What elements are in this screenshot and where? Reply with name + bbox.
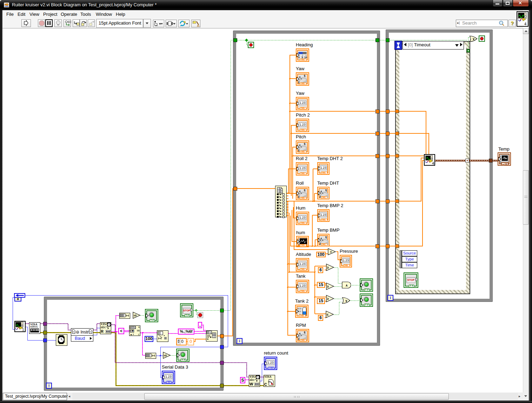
svg-text:≥: ≥ [327, 285, 329, 288]
svg-text:2: 2 [298, 238, 300, 240]
svg-text:6: 6 [304, 189, 305, 192]
svg-text:2: 2 [298, 81, 299, 84]
svg-text:≤0: ≤0 [164, 354, 167, 357]
svg-text:4: 4 [524, 22, 526, 26]
svg-text:6: 6 [304, 74, 305, 77]
svg-text:6: 6 [325, 236, 327, 239]
svg-text:5.0-: 5.0- [298, 310, 301, 312]
svg-text:∨: ∨ [345, 299, 348, 303]
svg-text:?!: ?! [73, 331, 74, 333]
svg-text:6: 6 [304, 143, 305, 145]
svg-text:≥: ≥ [327, 297, 329, 300]
svg-text:2: 2 [298, 195, 299, 198]
svg-text:%: % [210, 332, 212, 334]
svg-text:6: 6 [325, 189, 327, 192]
svg-text:1: 1 [500, 158, 501, 160]
svg-text:2: 2 [298, 337, 299, 340]
svg-text:∨: ∨ [472, 37, 475, 41]
svg-text:10.0-: 10.0- [297, 308, 302, 310]
svg-text:≤: ≤ [327, 313, 328, 316]
svg-text:≤0: ≤0 [134, 314, 137, 317]
svg-text:4: 4 [432, 161, 434, 165]
svg-text:1: 1 [298, 241, 300, 243]
svg-text:÷: ÷ [330, 250, 332, 254]
svg-text:≥: ≥ [327, 266, 329, 269]
svg-text:2: 2 [500, 156, 501, 158]
svg-text:0: 0 [298, 56, 300, 59]
svg-text:?!: ?! [89, 331, 91, 333]
svg-text:6: 6 [304, 331, 305, 334]
svg-text:1: 1 [22, 328, 24, 331]
svg-text:∧: ∧ [345, 284, 348, 287]
svg-text:2: 2 [298, 149, 299, 152]
